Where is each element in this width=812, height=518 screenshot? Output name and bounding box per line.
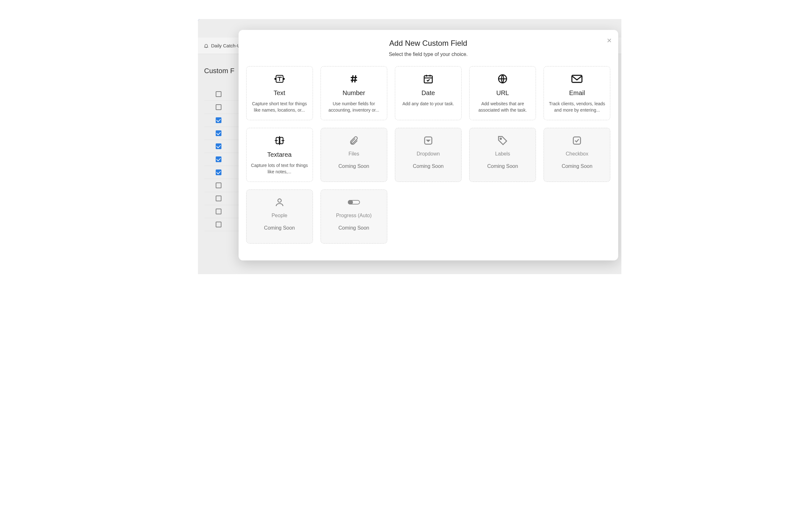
field-type-grid: TextCapture short text for things like n…: [246, 66, 611, 244]
email-icon: [571, 73, 583, 85]
url-icon: [497, 73, 508, 85]
checkbox[interactable]: [216, 209, 222, 214]
modal-title: Add New Custom Field: [246, 39, 611, 48]
field-type-title: Labels: [495, 151, 510, 157]
coming-soon-label: Coming Soon: [413, 163, 444, 170]
field-type-description: Capture short text for things like names…: [251, 101, 308, 113]
field-type-labels: LabelsComing Soon: [469, 128, 536, 182]
coming-soon-label: Coming Soon: [264, 224, 295, 231]
coming-soon-label: Coming Soon: [338, 163, 369, 170]
field-type-title: People: [271, 213, 288, 218]
field-type-title: Date: [422, 89, 435, 97]
field-type-text[interactable]: TextCapture short text for things like n…: [246, 66, 313, 120]
field-type-title: Checkbox: [566, 151, 588, 157]
checkbox[interactable]: [216, 143, 222, 149]
checkbox-row: [204, 140, 242, 153]
side-panel-title: Custom F: [204, 67, 242, 75]
checkbox[interactable]: [216, 117, 222, 123]
dropdown-icon: [423, 135, 434, 146]
field-type-title: Dropdown: [417, 151, 440, 157]
field-type-description: Add websites that are associated with th…: [474, 101, 531, 113]
checkbox[interactable]: [216, 91, 222, 97]
field-type-title: Number: [343, 89, 365, 97]
checkbox-row: [204, 101, 242, 114]
field-type-title: Email: [569, 89, 585, 97]
field-type-people: PeopleComing Soon: [246, 190, 313, 244]
checkbox-row: [204, 88, 242, 101]
checkbox[interactable]: [216, 183, 222, 188]
checkbox[interactable]: [216, 104, 222, 110]
text-icon: [273, 73, 286, 85]
field-type-dropdown: DropdownComing Soon: [395, 128, 462, 182]
checkbox-row: [204, 179, 242, 192]
checkbox[interactable]: [216, 196, 222, 201]
progress-icon: [347, 196, 360, 208]
field-type-date[interactable]: DateAdd any date to your task.: [395, 66, 462, 120]
side-panel: Custom F: [204, 67, 242, 231]
field-type-url[interactable]: URLAdd websites that are associated with…: [469, 66, 536, 120]
checkbox-row: [204, 114, 242, 127]
field-type-title: Text: [273, 89, 285, 97]
labels-icon: [497, 135, 508, 146]
checkbox[interactable]: [216, 157, 222, 162]
field-type-title: Textarea: [267, 151, 292, 158]
add-custom-field-modal: × Add New Custom Field Select the field …: [239, 30, 618, 261]
checkbox-row: [204, 192, 242, 205]
field-type-description: Track clients, vendors, leads and more b…: [548, 101, 606, 113]
checkbox[interactable]: [216, 169, 222, 175]
field-type-title: Progress (Auto): [336, 213, 372, 218]
number-icon: [348, 73, 359, 85]
field-type-email[interactable]: EmailTrack clients, vendors, leads and m…: [544, 66, 610, 120]
files-icon: [349, 135, 359, 146]
close-button[interactable]: ×: [607, 36, 612, 45]
svg-rect-8: [572, 75, 582, 82]
checkbox-row: [204, 218, 242, 231]
checkbox-list: [204, 88, 242, 231]
checkbox-row: [204, 166, 242, 179]
field-type-progress: Progress (Auto)Coming Soon: [321, 190, 387, 244]
svg-rect-6: [424, 76, 432, 83]
field-type-checkbox: CheckboxComing Soon: [544, 128, 610, 182]
coming-soon-label: Coming Soon: [562, 163, 592, 170]
checkbox-row: [204, 127, 242, 140]
textarea-icon: [272, 135, 287, 146]
checkbox[interactable]: [216, 222, 222, 227]
field-type-textarea[interactable]: TextareaCapture lots of text for things …: [246, 128, 313, 182]
field-type-title: URL: [496, 89, 509, 97]
svg-rect-16: [348, 200, 353, 204]
coming-soon-label: Coming Soon: [487, 163, 518, 170]
checkbox-icon: [572, 135, 582, 146]
field-type-description: Use number fields for accounting, invent…: [325, 101, 382, 113]
checkbox-row: [204, 205, 242, 218]
svg-point-5: [283, 78, 284, 80]
checkbox-row: [204, 153, 242, 166]
checkbox[interactable]: [216, 130, 222, 136]
people-icon: [274, 196, 285, 208]
field-type-number[interactable]: NumberUse number fields for accounting, …: [321, 66, 387, 120]
modal-subtitle: Select the field type of your choice.: [246, 52, 611, 57]
field-type-description: Add any date to your task.: [403, 101, 454, 107]
svg-point-12: [500, 138, 501, 139]
bell-icon: [204, 43, 209, 48]
svg-point-14: [278, 199, 281, 202]
field-type-title: Files: [348, 151, 359, 157]
field-type-files: FilesComing Soon: [321, 128, 387, 182]
date-icon: [423, 73, 434, 85]
coming-soon-label: Coming Soon: [338, 224, 369, 231]
svg-rect-13: [573, 137, 581, 144]
field-type-description: Capture lots of text for things like not…: [251, 162, 308, 175]
svg-point-4: [275, 78, 276, 80]
